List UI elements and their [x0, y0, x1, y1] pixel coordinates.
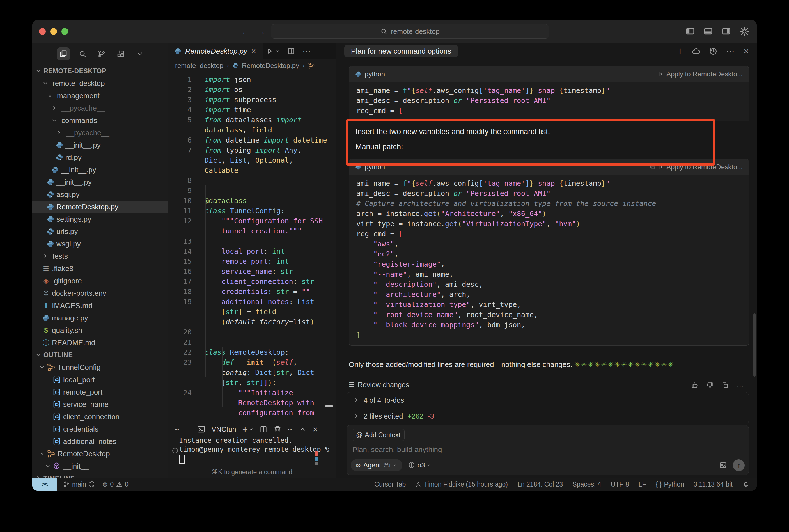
chevron-up-icon[interactable]: [299, 426, 306, 433]
project-section-header[interactable]: REMOTE-DESKTOP: [32, 65, 168, 77]
outline-item-service-name[interactable]: service_name: [32, 398, 168, 411]
breadcrumb[interactable]: remote_desktop › RemoteDesktop.py ›: [168, 59, 336, 72]
tree-item-quality-sh[interactable]: $quality.sh: [32, 324, 168, 337]
review-more-icon[interactable]: ⋯: [736, 382, 744, 390]
toggle-bottom-panel-icon[interactable]: [704, 26, 713, 36]
terminal-left-more-icon[interactable]: ⋯: [174, 425, 180, 434]
extensions-icon[interactable]: [114, 48, 127, 60]
tree-item-commands[interactable]: commands: [32, 114, 168, 127]
todos-row[interactable]: 4 of 4 To-dos: [347, 392, 749, 408]
chat-scrollbar[interactable]: [753, 314, 756, 377]
git-author-status[interactable]: Timon Fiddike (15 hours ago): [415, 481, 508, 488]
outline-item-remote-port[interactable]: remote_port: [32, 386, 168, 398]
terminal-tab-label[interactable]: VNCtun: [212, 425, 236, 434]
tree-item-settings-py[interactable]: settings.py: [32, 213, 168, 225]
cursor-tab-status[interactable]: Cursor Tab: [374, 481, 406, 488]
terminal-more-icon[interactable]: ⋯: [288, 425, 293, 434]
forward-arrow-icon[interactable]: →: [257, 26, 266, 37]
maximize-traffic-light[interactable]: [61, 28, 68, 35]
split-terminal-icon[interactable]: [259, 425, 267, 433]
add-context-button[interactable]: @ Add Context: [352, 429, 405, 441]
tree-item-remotedesktop-py[interactable]: RemoteDesktop.py: [32, 201, 168, 213]
apply-button[interactable]: Apply to RemoteDeskto...: [658, 70, 743, 78]
tree-item--gitignore[interactable]: ◈.gitignore: [32, 275, 168, 287]
chat-close-icon[interactable]: ×: [744, 46, 749, 56]
tree-item-tests[interactable]: tests: [32, 250, 168, 262]
remote-indicator[interactable]: ><: [32, 478, 57, 491]
language-status[interactable]: { }Python: [656, 481, 684, 488]
scrollbar-marker[interactable]: [325, 405, 333, 407]
tree-item-wsgi-py[interactable]: wsgi.py: [32, 238, 168, 250]
thumbs-down-icon[interactable]: [706, 382, 713, 389]
git-branch-status[interactable]: main: [63, 481, 95, 488]
outline-item-local-port[interactable]: local_port: [32, 374, 168, 386]
trash-icon[interactable]: [273, 425, 282, 433]
eol-status[interactable]: LF: [639, 481, 646, 488]
chat-input-box[interactable]: @ Add Context Plan, search, build anythi…: [347, 425, 749, 475]
problems-status[interactable]: ⊗ 0 0: [102, 481, 129, 488]
new-chat-icon[interactable]: +: [677, 45, 683, 57]
run-python-button[interactable]: [266, 48, 280, 55]
minimize-traffic-light[interactable]: [50, 28, 57, 35]
review-changes[interactable]: ☰ Review changes: [349, 381, 409, 389]
indentation-status[interactable]: Spaces: 4: [572, 481, 601, 488]
source-control-icon[interactable]: [95, 48, 108, 60]
views-chevron-down-icon[interactable]: [133, 48, 146, 60]
tree-item-management[interactable]: management: [32, 90, 168, 102]
explorer-icon[interactable]: [57, 48, 70, 60]
toggle-right-panel-icon[interactable]: [721, 26, 731, 36]
close-terminal-icon[interactable]: ×: [312, 424, 318, 435]
copy-icon[interactable]: [721, 382, 729, 389]
tree-item--flake8[interactable]: ☰.flake8: [32, 262, 168, 275]
timeline-section-header[interactable]: TIMELINE: [32, 472, 168, 478]
history-icon[interactable]: [709, 46, 718, 56]
tree-item--pycache-[interactable]: __pycache__: [32, 102, 168, 114]
outline-item-credentials[interactable]: credentials: [32, 423, 168, 435]
encoding-status[interactable]: UTF-8: [611, 481, 629, 488]
tree-item-docker-ports-env[interactable]: docker-ports.env: [32, 287, 168, 299]
model-selector[interactable]: o3: [408, 461, 431, 469]
python-version-status[interactable]: 3.11.13 64-bit: [694, 481, 733, 488]
send-button[interactable]: ↑: [733, 459, 745, 471]
chat-tab[interactable]: Plan for new command options: [344, 45, 458, 57]
breadcrumb-folder[interactable]: remote_desktop: [175, 62, 223, 70]
tree-item-readme-md[interactable]: ⓘREADME.md: [32, 337, 168, 349]
tree-item-urls-py[interactable]: urls.py: [32, 225, 168, 238]
editor-more-actions-icon[interactable]: ⋯: [303, 46, 311, 56]
outline-item--init-[interactable]: __init__: [32, 460, 168, 472]
tree-item--init-py[interactable]: __init__.py: [32, 139, 168, 151]
tree-item-asgi-py[interactable]: asgi.py: [32, 188, 168, 201]
tree-item--init-py[interactable]: __init__.py: [32, 164, 168, 176]
cursor-position-status[interactable]: Ln 2184, Col 23: [517, 481, 563, 488]
outline-item-additional-notes[interactable]: additional_notes: [32, 435, 168, 448]
tree-item--pycache-[interactable]: __pycache__: [32, 127, 168, 139]
chat-more-icon[interactable]: ⋯: [726, 46, 735, 56]
thumbs-up-icon[interactable]: [691, 382, 698, 389]
outline-item-tunnelconfig[interactable]: TunnelConfig: [32, 361, 168, 374]
tree-item-remote-desktop[interactable]: remote_desktop: [32, 77, 168, 90]
cloud-icon[interactable]: [691, 46, 700, 56]
close-traffic-light[interactable]: [39, 28, 46, 35]
settings-gear-icon[interactable]: [739, 26, 749, 37]
tree-item--init-py[interactable]: __init__.py: [32, 176, 168, 188]
agent-mode-selector[interactable]: ∞ Agent ⌘I: [351, 459, 402, 471]
code-editor[interactable]: 1import json2import os3import subprocess…: [168, 72, 336, 422]
outline-item-remotedesktop[interactable]: RemoteDesktop: [32, 448, 168, 460]
new-terminal-button[interactable]: +: [243, 424, 254, 435]
outline-section-header[interactable]: OUTLINE: [32, 349, 168, 361]
command-search-input[interactable]: remote-desktop: [271, 24, 549, 39]
back-arrow-icon[interactable]: ←: [241, 26, 250, 37]
breadcrumb-file[interactable]: RemoteDesktop.py: [242, 62, 299, 70]
tree-item-rd-py[interactable]: rd.py: [32, 151, 168, 164]
toggle-left-panel-icon[interactable]: [686, 26, 695, 36]
bell-icon[interactable]: [742, 481, 749, 488]
tab-remotedesktop-py[interactable]: RemoteDesktop.py ×: [168, 43, 263, 59]
files-edited-row[interactable]: 2 files edited +262 -3: [347, 408, 749, 424]
tab-close-icon[interactable]: ×: [251, 46, 256, 56]
attach-image-icon[interactable]: [719, 461, 727, 470]
tree-item-manage-py[interactable]: manage.py: [32, 312, 168, 324]
tree-item-images-md[interactable]: IMAGES.md: [32, 299, 168, 312]
split-editor-icon[interactable]: [287, 47, 295, 55]
search-view-icon[interactable]: [76, 48, 89, 60]
outline-item-client-connection[interactable]: client_connection: [32, 411, 168, 423]
